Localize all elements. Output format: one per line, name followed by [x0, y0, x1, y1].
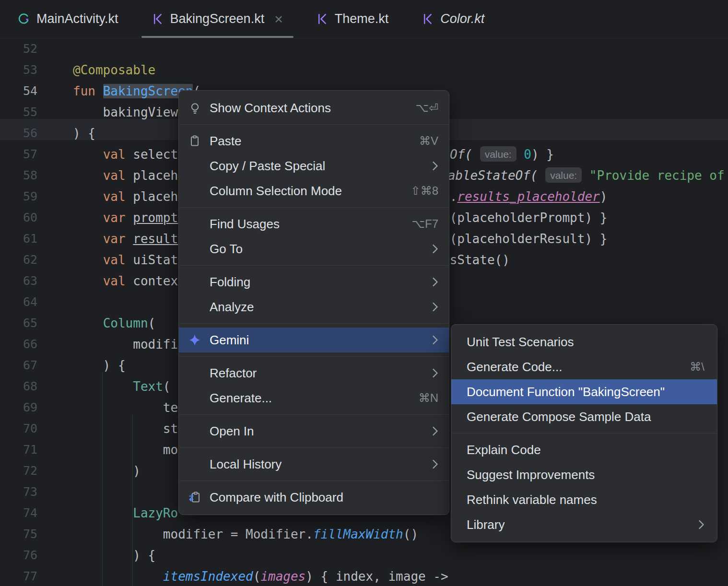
menu-item-label: Analyze: [210, 300, 254, 315]
menu-item-unit-test-scenarios[interactable]: Unit Test Scenarios: [451, 329, 717, 354]
line-number[interactable]: 52: [0, 38, 37, 59]
line-number[interactable]: 66: [0, 334, 37, 355]
line-number[interactable]: 75: [0, 524, 37, 545]
code-segment: contex: [126, 274, 178, 288]
menu-shortcut: ⇧⌘8: [392, 184, 438, 198]
code-line[interactable]: 76 ) {: [0, 545, 728, 566]
line-number[interactable]: 60: [0, 207, 37, 228]
menu-item-refactor[interactable]: Refactor: [179, 361, 449, 386]
line-number[interactable]: 77: [0, 566, 37, 586]
menu-item-label: Go To: [210, 242, 243, 257]
menu-item-rethink-variable-names[interactable]: Rethink variable names: [451, 487, 717, 512]
menu-item-find-usages[interactable]: Find Usages⌥F7: [179, 211, 449, 236]
code-text-right: AsState(): [442, 249, 510, 270]
line-number[interactable]: 71: [0, 439, 37, 460]
menu-item-generate-code[interactable]: Generate Code...⌘\: [451, 354, 717, 379]
line-number[interactable]: 67: [0, 355, 37, 376]
tab-label: BakingScreen.kt: [170, 12, 265, 26]
menu-item-folding[interactable]: Folding: [179, 270, 449, 294]
code-segment: [126, 232, 133, 246]
menu-separator: [179, 265, 448, 266]
tab-label: MainActivity.kt: [36, 12, 118, 26]
code-segment: (): [403, 527, 418, 541]
line-number[interactable]: 53: [0, 59, 37, 81]
menu-item-local-history[interactable]: Local History: [179, 452, 449, 477]
menu-item-library[interactable]: Library: [451, 512, 717, 537]
code-segment: [73, 168, 103, 183]
line-number[interactable]: 57: [0, 144, 37, 165]
code-text: Text(: [73, 376, 171, 397]
line-number[interactable]: 73: [0, 481, 37, 503]
code-segment: modifier = Modifier.: [73, 527, 313, 541]
menu-item-copy-paste-special[interactable]: Copy / Paste Special: [179, 153, 449, 178]
menu-item-generate-compose-sample-data[interactable]: Generate Compose Sample Data: [451, 404, 717, 429]
menu-item-open-in[interactable]: Open In: [179, 419, 449, 444]
code-text: ) {: [73, 355, 126, 376]
code-segment: itemsIndexed: [163, 569, 253, 584]
kotlin-file-icon: [317, 13, 329, 25]
menu-item-label: Folding: [210, 275, 250, 290]
menu-item-label: Refactor: [210, 366, 257, 381]
tab-color-kt[interactable]: Color.kt: [411, 0, 495, 38]
chevron-right-icon: [413, 277, 438, 287]
menu-item-explain-code[interactable]: Explain Code: [451, 437, 717, 462]
menu-item-show-context-actions[interactable]: Show Context Actions⌥⏎: [179, 95, 449, 120]
line-number[interactable]: 61: [0, 228, 37, 249]
menu-separator: [179, 356, 448, 357]
line-number[interactable]: 63: [0, 270, 37, 292]
line-number[interactable]: 74: [0, 503, 37, 524]
code-line[interactable]: 77 itemsIndexed(images) { index, image -…: [0, 566, 728, 586]
line-number[interactable]: 54: [0, 81, 37, 102]
code-segment: uiStat: [126, 253, 178, 267]
line-number[interactable]: 69: [0, 397, 37, 418]
ide-window: MainActivity.ktBakingScreen.kt×Theme.ktC…: [0, 0, 728, 586]
line-number[interactable]: 65: [0, 313, 37, 334]
inlay-hint: value:: [545, 167, 582, 183]
menu-item-label: Explain Code: [467, 443, 541, 457]
menu-separator: [179, 124, 448, 125]
code-text: var result: [73, 228, 178, 249]
compare-clipboard-icon: [187, 491, 203, 504]
menu-item-suggest-improvements[interactable]: Suggest Improvements: [451, 462, 717, 487]
code-text-right: f(placeholderPrompt) }: [442, 207, 607, 228]
tab-bakingscreen-kt[interactable]: BakingScreen.kt×: [141, 0, 294, 38]
gemini-icon: [187, 333, 203, 347]
code-segment: val: [103, 147, 126, 162]
menu-item-paste[interactable]: Paste⌘V: [179, 129, 449, 153]
tab-mainactivity-kt[interactable]: MainActivity.kt: [7, 0, 129, 38]
menu-item-document-function-bakingscreen[interactable]: Document Function "BakingScreen": [451, 379, 717, 404]
line-number[interactable]: 72: [0, 460, 37, 481]
menu-item-analyze[interactable]: Analyze: [179, 294, 449, 319]
line-number[interactable]: 68: [0, 376, 37, 397]
code-segment: select: [126, 147, 178, 162]
line-number[interactable]: 58: [0, 165, 37, 186]
line-number[interactable]: 76: [0, 545, 37, 566]
menu-item-generate[interactable]: Generate...⌘N: [179, 386, 449, 410]
menu-item-label: Unit Test Scenarios: [467, 335, 574, 350]
editor-context-menu: Show Context Actions⌥⏎Paste⌘VCopy / Past…: [178, 90, 449, 515]
line-number[interactable]: 55: [0, 102, 37, 123]
line-number[interactable]: 70: [0, 418, 37, 439]
menu-item-go-to[interactable]: Go To: [179, 236, 449, 261]
menu-item-column-selection-mode[interactable]: Column Selection Mode⇧⌘8: [179, 178, 449, 203]
code-text: val placeh: [73, 165, 178, 186]
code-line[interactable]: 52: [0, 38, 728, 59]
menu-item-label: Rethink variable names: [467, 492, 597, 507]
code-segment: modifi: [73, 337, 178, 352]
code-segment: [126, 211, 133, 225]
code-segment: [73, 316, 103, 330]
menu-item-label: Paste: [210, 134, 242, 149]
code-text: te: [73, 397, 178, 418]
menu-item-gemini[interactable]: Gemini: [179, 328, 449, 352]
code-text: ) {: [73, 123, 95, 144]
line-number[interactable]: 62: [0, 249, 37, 270]
menu-item-compare-with-clipboard[interactable]: Compare with Clipboard: [179, 485, 449, 510]
line-number[interactable]: 64: [0, 292, 37, 313]
code-line[interactable]: 53@Composable: [0, 59, 728, 81]
code-segment: mo: [73, 443, 178, 457]
close-icon[interactable]: ×: [274, 12, 283, 26]
line-number[interactable]: 59: [0, 186, 37, 207]
tab-theme-kt[interactable]: Theme.kt: [306, 0, 399, 38]
code-text: modifier = Modifier.fillMaxWidth(): [73, 524, 418, 545]
line-number[interactable]: 56: [0, 123, 37, 144]
